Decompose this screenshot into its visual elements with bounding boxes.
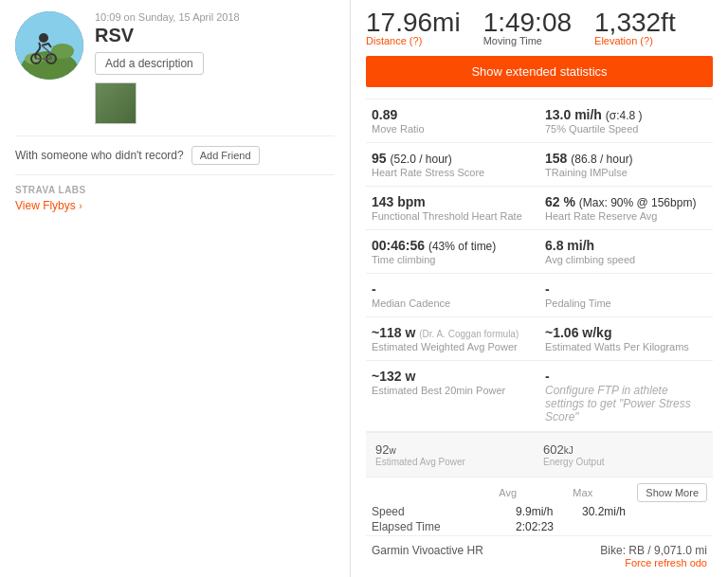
add-friend-button[interactable]: Add Friend bbox=[191, 146, 260, 165]
strava-labs-section: STRAVA LABS View Flybys › bbox=[15, 185, 335, 212]
stats-header: 17.96mi Distance (?) 1:49:08 Moving Time… bbox=[366, 9, 713, 46]
view-flybys-link[interactable]: View Flybys › bbox=[15, 199, 82, 212]
stat-best-20min: ~132 w Estimated Best 20min Power bbox=[366, 361, 539, 432]
stat-time-climbing: 00:46:56 (43% of time) Time climbing bbox=[366, 230, 539, 274]
show-extended-button[interactable]: Show extended statistics bbox=[366, 56, 713, 87]
right-panel: 17.96mi Distance (?) 1:49:08 Moving Time… bbox=[351, 0, 728, 577]
activity-title: RSV bbox=[95, 25, 335, 46]
performance-table: Avg Max Show More Speed 9.9mi/h 30.2mi/h… bbox=[366, 477, 713, 533]
distance-label[interactable]: Distance (?) bbox=[366, 36, 461, 46]
stat-pss: - Configure FTP in athlete settings to g… bbox=[539, 361, 713, 432]
with-someone-text: With someone who didn't record? bbox=[15, 149, 184, 162]
force-refresh-link[interactable]: Force refresh odo bbox=[600, 557, 707, 568]
moving-time-label: Moving Time bbox=[483, 36, 572, 46]
device-right: Bike: RB / 9,071.0 mi Force refresh odo bbox=[600, 544, 707, 568]
device-footer: Garmin Vivoactive HR Bike: RB / 9,071.0 … bbox=[366, 535, 713, 576]
stat-quartile-speed: 13.0 mi/h (σ:4.8 ) 75% Quartile Speed bbox=[539, 99, 713, 143]
stat-energy-output: 602kJ Energy Output bbox=[539, 441, 707, 469]
device-name: Garmin Vivoactive HR bbox=[372, 544, 483, 557]
stat-ewap: ~118 w (Dr. A. Coggan formula) Estimated… bbox=[366, 317, 539, 361]
speed-max: 30.2mi/h bbox=[582, 505, 639, 518]
stat-median-cadence: - Median Cadence bbox=[366, 274, 539, 317]
stat-pedaling-time: - Pedaling Time bbox=[539, 274, 713, 317]
left-panel: 10:09 on Sunday, 15 April 2018 RSV Add a… bbox=[0, 0, 351, 577]
bike-info: Bike: RB / 9,071.0 mi bbox=[600, 544, 707, 557]
stats-grid: 0.89 Move Ratio 13.0 mi/h (σ:4.8 ) 75% Q… bbox=[366, 99, 713, 432]
perf-table-header: Avg Max Show More bbox=[372, 483, 707, 502]
chevron-right-icon: › bbox=[79, 201, 82, 211]
stat-trimp: 158 (86.8 / hour) TRaining IMPulse bbox=[539, 143, 713, 187]
elevation-label[interactable]: Elevation (?) bbox=[594, 36, 676, 46]
stat-hrr-avg: 62 % (Max: 90% @ 156bpm) Heart Rate Rese… bbox=[539, 187, 713, 230]
distance-value: 17.96mi bbox=[366, 9, 461, 36]
max-col-header: Max bbox=[573, 487, 629, 498]
stat-avg-climbing-speed: 6.8 mi/h Avg climbing speed bbox=[539, 230, 713, 274]
elapsed-time-label: Elapsed Time bbox=[372, 520, 516, 533]
stat-elevation: 1,332ft Elevation (?) bbox=[594, 9, 676, 46]
with-someone-section: With someone who didn't record? Add Frie… bbox=[15, 135, 335, 175]
activity-date: 10:09 on Sunday, 15 April 2018 bbox=[95, 11, 335, 23]
avatar bbox=[15, 11, 83, 80]
speed-label: Speed bbox=[372, 505, 516, 518]
show-more-button[interactable]: Show More bbox=[637, 483, 707, 502]
stat-distance: 17.96mi Distance (?) bbox=[366, 9, 461, 46]
strava-labs-label: STRAVA LABS bbox=[15, 185, 335, 195]
moving-time-value: 1:49:08 bbox=[483, 9, 572, 36]
avg-col-header: Avg bbox=[499, 487, 565, 498]
gray-section: 92w Estimated Avg Power 602kJ Energy Out… bbox=[366, 432, 713, 477]
stat-fthr: 143 bpm Functional Threshold Heart Rate bbox=[366, 187, 539, 230]
speed-row: Speed 9.9mi/h 30.2mi/h bbox=[372, 505, 707, 518]
add-description-button[interactable]: Add a description bbox=[95, 52, 204, 75]
speed-avg: 9.9mi/h bbox=[516, 505, 582, 518]
elapsed-avg: 2:02:23 bbox=[516, 520, 582, 533]
svg-point-4 bbox=[39, 33, 48, 43]
activity-thumbnail bbox=[95, 82, 136, 124]
stat-watts-per-kg: ~1.06 w/kg Estimated Watts Per Kilograms bbox=[539, 317, 713, 361]
stat-hrss: 95 (52.0 / hour) Heart Rate Stress Score bbox=[366, 143, 539, 187]
activity-info: 10:09 on Sunday, 15 April 2018 RSV Add a… bbox=[95, 11, 335, 124]
stat-avg-power: 92w Estimated Avg Power bbox=[372, 441, 539, 469]
stat-move-ratio: 0.89 Move Ratio bbox=[366, 99, 539, 143]
activity-header: 10:09 on Sunday, 15 April 2018 RSV Add a… bbox=[15, 11, 335, 124]
stat-moving-time: 1:49:08 Moving Time bbox=[483, 9, 572, 46]
elevation-value: 1,332ft bbox=[594, 9, 676, 36]
elapsed-time-row: Elapsed Time 2:02:23 bbox=[372, 520, 707, 533]
